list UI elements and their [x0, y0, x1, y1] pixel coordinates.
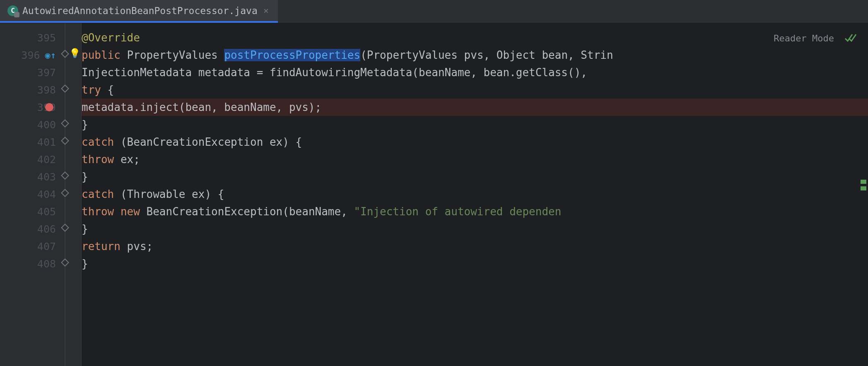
gutter-row[interactable]: 402 — [0, 151, 61, 168]
gutter-row[interactable]: 404 — [0, 185, 61, 203]
code-line[interactable]: } — [82, 116, 868, 133]
gutter: 395 396 ◉↑ 397 398 399 400 401 402 403 4… — [0, 23, 61, 366]
gutter-row[interactable]: 408 — [0, 255, 61, 272]
gutter-row[interactable]: 401 — [0, 133, 61, 151]
code: (BeanCreationException ex) { — [114, 136, 302, 148]
code: (Throwable ex) { — [114, 188, 224, 200]
code: metadata.inject(bean, beanName, pvs); — [82, 101, 321, 113]
line-number: 403 — [34, 171, 56, 183]
brace: } — [82, 223, 88, 235]
gutter-row[interactable]: 405 — [0, 203, 61, 220]
editor: C AutowiredAnnotationBeanPostProcessor.j… — [0, 0, 868, 366]
line-number: 407 — [34, 241, 56, 253]
gutter-row[interactable]: 396 ◉↑ — [0, 46, 61, 64]
line-number: 402 — [34, 154, 56, 166]
fold-marker-icon[interactable] — [61, 189, 69, 197]
code-line-breakpoint[interactable]: metadata.inject(bean, beanName, pvs); — [82, 99, 868, 116]
stripe-marker[interactable] — [861, 180, 866, 184]
fold-marker-icon[interactable] — [61, 84, 69, 93]
gutter-row[interactable]: 399 — [0, 99, 61, 116]
keyword: try — [82, 84, 101, 96]
fold-marker-icon[interactable] — [61, 50, 69, 58]
line-number: 398 — [34, 84, 56, 96]
code-area: 💡 Reader Mode 395 396 ◉↑ 397 398 399 400… — [0, 23, 868, 366]
line-number: 395 — [34, 32, 56, 44]
keyword: throw — [82, 153, 114, 166]
method-name-selected: postProcessProperties — [224, 49, 360, 61]
annotation: @Override — [82, 31, 140, 44]
gutter-row[interactable]: 406 — [0, 220, 61, 238]
type: PropertyValues — [127, 49, 224, 61]
line-number: 397 — [34, 67, 56, 79]
code: (beanName, bean.getClass(), — [412, 66, 587, 79]
tab-filename: AutowiredAnnotationBeanPostProcessor.jav… — [22, 5, 258, 16]
gutter-row[interactable]: 397 — [0, 64, 61, 81]
fold-marker-icon[interactable] — [61, 224, 69, 232]
stripe-marker[interactable] — [861, 186, 866, 190]
code-content[interactable]: @Override public PropertyValues postProc… — [82, 23, 868, 366]
breakpoint-icon[interactable] — [45, 103, 53, 111]
keyword: return — [82, 240, 121, 253]
brace: } — [82, 258, 88, 270]
close-icon[interactable]: × — [262, 5, 270, 16]
code-line[interactable]: @Override — [82, 29, 868, 46]
line-number: 405 — [34, 206, 56, 218]
error-stripe[interactable] — [860, 23, 867, 366]
code-line[interactable]: InjectionMetadata metadata = findAutowir… — [82, 64, 868, 81]
line-number: 406 — [34, 223, 56, 235]
code-line[interactable]: throw new BeanCreationException(beanName… — [82, 203, 868, 220]
file-tab[interactable]: C AutowiredAnnotationBeanPostProcessor.j… — [0, 0, 278, 23]
fold-gutter — [61, 23, 82, 366]
inspection-check-icon[interactable] — [844, 32, 856, 47]
fold-marker-icon[interactable] — [61, 137, 69, 145]
fold-marker-icon[interactable] — [61, 119, 69, 128]
keyword: new — [121, 205, 147, 218]
gutter-row[interactable]: 403 — [0, 168, 61, 185]
code: BeanCreationException(beanName, — [147, 205, 354, 218]
keyword: catch — [82, 188, 114, 200]
line-number: 401 — [34, 136, 56, 148]
fold-marker-icon[interactable] — [61, 258, 69, 267]
keyword: public — [82, 49, 127, 61]
method-call: findAutowiringMetadata — [270, 66, 412, 79]
line-number: 396 — [19, 49, 40, 61]
class-icon: C — [7, 5, 18, 16]
gutter-row[interactable]: 400 — [0, 116, 61, 133]
code: ex; — [114, 153, 140, 166]
code-line[interactable]: } — [82, 220, 868, 238]
line-number: 400 — [34, 119, 56, 131]
code-line[interactable]: public PropertyValues postProcessPropert… — [82, 46, 868, 64]
reader-mode-label[interactable]: Reader Mode — [774, 33, 834, 43]
fold-marker-icon[interactable] — [61, 171, 69, 180]
override-icon[interactable]: ◉↑ — [45, 50, 56, 60]
brace: } — [82, 118, 88, 131]
gutter-row[interactable]: 395 — [0, 29, 61, 46]
code-line[interactable]: } — [82, 168, 868, 185]
tab-bar: C AutowiredAnnotationBeanPostProcessor.j… — [0, 0, 868, 23]
keyword: throw — [82, 205, 121, 218]
brace: { — [101, 84, 114, 96]
code: pvs; — [121, 240, 153, 253]
intention-bulb-icon[interactable]: 💡 — [69, 48, 80, 58]
code-line[interactable]: return pvs; — [82, 238, 868, 255]
keyword: catch — [82, 136, 114, 148]
code: InjectionMetadata metadata = — [82, 66, 270, 79]
code-line[interactable]: catch (BeanCreationException ex) { — [82, 133, 868, 151]
code-line[interactable]: try { — [82, 81, 868, 99]
gutter-row[interactable]: 398 — [0, 81, 61, 99]
code-line[interactable]: throw ex; — [82, 151, 868, 168]
gutter-row[interactable]: 407 — [0, 238, 61, 255]
string: "Injection of autowired dependen — [354, 205, 561, 218]
brace: } — [82, 171, 88, 183]
params: (PropertyValues pvs, Object bean, Strin — [360, 49, 613, 61]
code-line[interactable]: } — [82, 255, 868, 272]
code-line[interactable]: catch (Throwable ex) { — [82, 185, 868, 203]
line-number: 408 — [34, 258, 56, 270]
line-number: 404 — [34, 188, 56, 200]
